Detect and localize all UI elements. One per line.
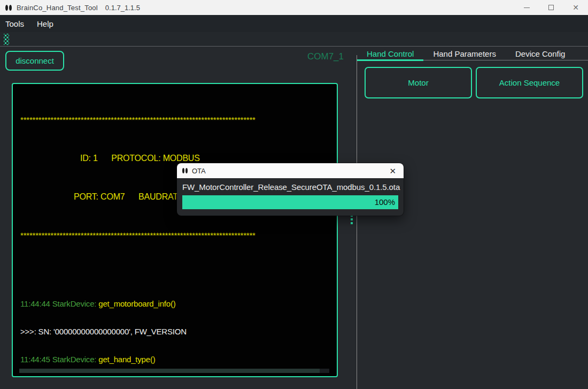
menu-help[interactable]: Help: [37, 19, 53, 28]
tab-hand-parameters[interactable]: Hand Parameters: [423, 47, 506, 60]
menu-tools[interactable]: Tools: [5, 19, 24, 28]
hand-control-buttons: Motor Action Sequence: [357, 67, 588, 98]
console-log-lines: 11:44:44 StarkDevice: get_motorboard_inf…: [20, 281, 337, 377]
splitter-handle[interactable]: [351, 215, 353, 224]
ota-filename: FW_MotorController_Release_SecureOTA_mod…: [182, 182, 398, 192]
brainco-logo-icon: [182, 168, 188, 173]
menubar: Tools Help: [0, 15, 588, 32]
toolbar: [0, 32, 588, 47]
window-version: 0.1.7_1.1.5: [105, 4, 140, 12]
console-log[interactable]: ****************************************…: [12, 83, 338, 377]
close-button[interactable]: ✕: [563, 0, 588, 15]
motor-button[interactable]: Motor: [365, 67, 472, 98]
minimize-icon: [524, 7, 530, 8]
close-icon: ✕: [572, 4, 579, 11]
minimize-button[interactable]: [514, 0, 539, 15]
window-title: BrainCo_Hand_Test_Tool: [17, 4, 98, 12]
scrollbar-thumb[interactable]: [19, 369, 320, 373]
ota-dialog: OTA ✕ FW_MotorController_Release_SecureO…: [177, 163, 404, 216]
maximize-button[interactable]: [539, 0, 563, 15]
tab-device-config[interactable]: Device Config: [506, 47, 575, 60]
app-window: BrainCo_Hand_Test_Tool 0.1.7_1.1.5 ✕ Too…: [0, 0, 588, 389]
log-line: 11:44:44 StarkDevice: get_motorboard_inf…: [20, 299, 337, 309]
ota-dialog-body: FW_MotorController_Release_SecureOTA_mod…: [177, 178, 404, 209]
ota-progress-percent: 100%: [375, 195, 395, 209]
log-line: 11:44:45 StarkDevice: get_hand_type(): [20, 355, 337, 364]
console-horizontal-scrollbar[interactable]: [19, 369, 329, 373]
brainco-logo-icon: [5, 5, 12, 11]
tabbar: Hand Control Hand Parameters Device Conf…: [357, 47, 588, 60]
tab-hand-control[interactable]: Hand Control: [357, 47, 423, 60]
ota-progress-bar: 100%: [182, 195, 398, 209]
console-banner-bottom: ****************************************…: [20, 226, 337, 245]
toolbar-grip-icon[interactable]: [4, 34, 9, 45]
ota-dialog-title: OTA: [192, 167, 206, 175]
action-sequence-button[interactable]: Action Sequence: [476, 67, 583, 98]
disconnect-button[interactable]: disconnect: [5, 51, 64, 71]
maximize-icon: [548, 5, 554, 10]
right-panel: Hand Control Hand Parameters Device Conf…: [357, 47, 588, 389]
titlebar: BrainCo_Hand_Test_Tool 0.1.7_1.1.5 ✕: [0, 0, 588, 15]
port-label: COM7_1: [307, 51, 344, 62]
console-banner-top: ****************************************…: [20, 110, 337, 129]
main-content: disconnect COM7_1 **********************…: [0, 47, 588, 389]
ota-dialog-titlebar[interactable]: OTA ✕: [177, 163, 404, 178]
ota-dialog-close-icon[interactable]: ✕: [387, 166, 398, 176]
log-line: >>>: SN: '00000000000000000', FW_VERSION: [20, 327, 337, 337]
